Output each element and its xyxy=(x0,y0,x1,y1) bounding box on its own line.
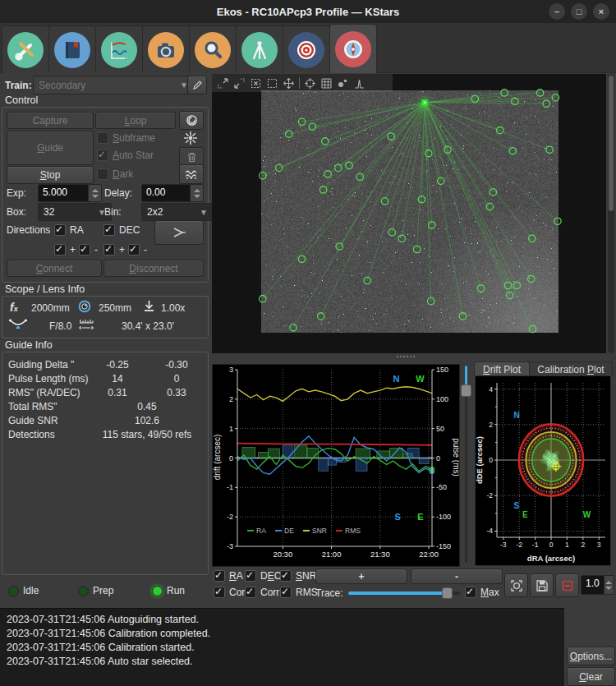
focal-ratio-value: F/8.0 xyxy=(49,320,71,332)
snr-plot-checkbox[interactable]: SNR xyxy=(280,570,316,582)
delay-spinbox[interactable]: 0.00 xyxy=(141,184,204,202)
box-combobox[interactable]: 32▼ xyxy=(38,203,112,221)
capture-button[interactable]: Capture xyxy=(7,112,94,129)
focus-magnifier-icon xyxy=(195,32,231,68)
svg-text:-1: -1 xyxy=(532,541,539,549)
fits-vertical-scrollbar[interactable] xyxy=(608,74,614,353)
svg-text:21:00: 21:00 xyxy=(322,550,342,559)
tab-guide[interactable] xyxy=(329,24,377,73)
dark-checkbox[interactable]: Dark xyxy=(97,168,133,180)
close-button[interactable]: × xyxy=(593,3,609,20)
dec-plot-checkbox[interactable]: DEC xyxy=(245,570,281,582)
dec-minus-checkbox[interactable]: - xyxy=(128,244,147,256)
svg-text:1: 1 xyxy=(229,425,233,433)
detect-stars-icon[interactable] xyxy=(337,77,349,90)
slider-handle[interactable] xyxy=(461,384,471,397)
grid-icon[interactable] xyxy=(320,77,333,90)
tab-scheduler[interactable] xyxy=(48,25,96,73)
save-floppy-icon xyxy=(536,579,549,592)
exposure-spinbox[interactable]: 5.000 xyxy=(38,184,102,202)
ra-plot-checkbox[interactable]: RA xyxy=(214,570,243,582)
zoom-out-x-button[interactable]: - xyxy=(411,569,503,584)
slider-handle[interactable] xyxy=(442,587,453,599)
zoom-out-icon[interactable] xyxy=(233,77,246,90)
max-checkbox[interactable]: Max xyxy=(465,587,499,598)
svg-text:150: 150 xyxy=(436,366,448,374)
stat-ra-value: 14 xyxy=(92,373,143,384)
svg-text:-2: -2 xyxy=(486,491,493,500)
capture-toggle-button[interactable] xyxy=(179,111,204,130)
horizontal-splitter[interactable] xyxy=(397,356,415,357)
trace-slider[interactable] xyxy=(348,587,460,600)
tab-focus[interactable] xyxy=(189,25,237,73)
exp-label: Exp: xyxy=(7,187,26,199)
guide-drift-graph[interactable]: NWSERADESNRRMS-3-2-10123-150-100-5005010… xyxy=(212,364,460,567)
ra-corr-checkbox[interactable]: Corr xyxy=(214,587,248,598)
svg-text:pulse (ms): pulse (ms) xyxy=(452,438,460,477)
export-data-button[interactable] xyxy=(530,573,554,597)
svg-text:22:00: 22:00 xyxy=(419,550,439,559)
options-button[interactable]: Options... xyxy=(567,647,615,665)
ra-minus-checkbox[interactable]: - xyxy=(79,244,98,256)
zoom-in-icon[interactable] xyxy=(217,77,229,90)
ra-direction-checkbox[interactable]: RA xyxy=(54,224,84,236)
ra-plus-checkbox[interactable]: + xyxy=(54,244,76,256)
toolbar-separator xyxy=(299,77,300,89)
autoscale-graphs-button[interactable] xyxy=(504,573,528,597)
autostar-checkbox[interactable]: Auto Star xyxy=(97,150,154,161)
tab-mount[interactable] xyxy=(236,25,283,73)
clear-calibration-button[interactable] xyxy=(179,147,204,166)
pan-icon[interactable] xyxy=(283,77,295,90)
svg-text:RMS: RMS xyxy=(345,527,361,535)
loop-button[interactable]: Loop xyxy=(95,112,176,129)
svg-text:2: 2 xyxy=(581,541,585,549)
svg-text:1: 1 xyxy=(565,541,569,549)
scale-spinbox[interactable]: 1.0 xyxy=(581,575,614,595)
dec-plus-checkbox[interactable]: + xyxy=(103,244,125,256)
bin-combobox[interactable]: 2x2▼ xyxy=(141,203,214,221)
drift-zoom-slider[interactable] xyxy=(461,364,471,565)
stop-button[interactable]: Stop xyxy=(7,166,94,184)
minimize-button[interactable]: – xyxy=(549,3,565,20)
drift-scatter-plot[interactable]: NSEW-3-2-10123-4-2024dRA (arcsec)dDE (ar… xyxy=(475,375,611,566)
tab-drift-plot[interactable]: Drift Plot xyxy=(474,361,530,376)
pencil-icon xyxy=(192,80,203,90)
connect-button[interactable]: Connect xyxy=(7,260,102,277)
tab-capture[interactable] xyxy=(142,25,190,73)
train-edit-button[interactable] xyxy=(187,76,207,94)
stat-label: Guide SNR xyxy=(8,415,58,426)
clear-graphs-button[interactable] xyxy=(555,573,579,597)
fov-ruler-icon xyxy=(78,318,94,334)
starfield-image[interactable] xyxy=(212,74,606,353)
log-view[interactable]: 2023-07-31T21:45:06 Autoguiding started.… xyxy=(0,608,564,686)
rms-plot-checkbox[interactable]: RMS xyxy=(280,587,318,598)
fov-value: 30.4' x 23.0' xyxy=(122,320,174,332)
stat-label: RMS" (RA/DEC) xyxy=(8,387,80,398)
zoom-in-x-button[interactable]: + xyxy=(315,569,407,584)
box-label: Box: xyxy=(7,206,26,218)
clear-log-button[interactable]: Clear xyxy=(567,667,615,686)
crosshair-icon[interactable] xyxy=(304,77,316,90)
disconnect-button[interactable]: Disconnect xyxy=(103,260,204,277)
manual-pulse-button[interactable] xyxy=(154,220,204,245)
zoom-actual-icon[interactable] xyxy=(266,77,278,90)
dec-corr-checkbox[interactable]: Corr xyxy=(245,587,279,598)
stat-value: 115 stars, 49/50 refs xyxy=(85,429,209,440)
guide-graph-button[interactable] xyxy=(179,164,204,184)
tab-analyze[interactable]: yx xyxy=(95,25,143,73)
dec-direction-checkbox[interactable]: DEC xyxy=(103,224,140,236)
svg-text:W: W xyxy=(416,374,425,384)
star-profile-icon[interactable] xyxy=(353,77,365,90)
train-combobox[interactable]: Secondary▼ xyxy=(33,76,194,94)
fits-viewport[interactable] xyxy=(212,74,606,353)
tab-calibration-plot[interactable]: Calibration Plot xyxy=(529,361,613,376)
svg-text:0: 0 xyxy=(489,456,493,464)
capture-camera-icon xyxy=(148,32,184,68)
tab-align[interactable] xyxy=(283,25,330,73)
zoom-fit-icon[interactable] xyxy=(250,77,262,90)
maximize-button[interactable]: □ xyxy=(571,3,587,20)
idle-status-dot xyxy=(8,586,19,596)
tab-setup[interactable] xyxy=(2,25,49,73)
subframe-checkbox[interactable]: Subframe xyxy=(97,132,155,144)
guide-button[interactable]: Guide xyxy=(7,131,94,165)
